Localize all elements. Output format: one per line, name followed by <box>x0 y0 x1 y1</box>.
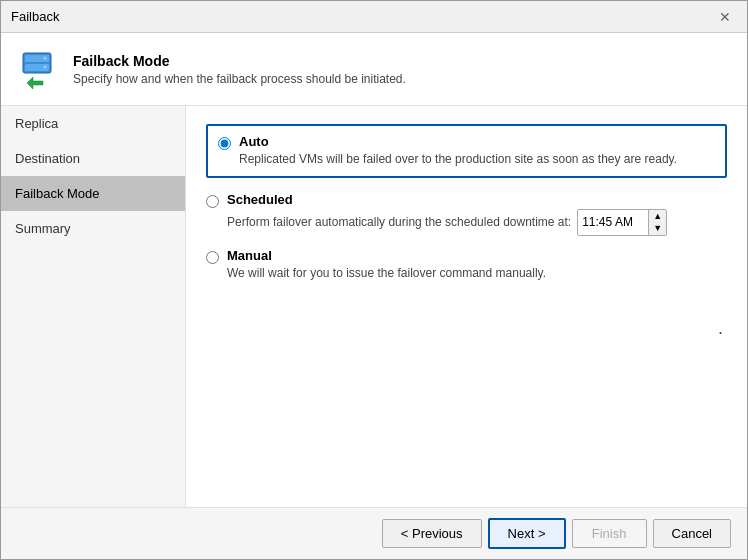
main-content: Replica Destination Failback Mode Summar… <box>1 106 747 507</box>
failback-window: Failback ✕ Failback Mode Specify how and… <box>0 0 748 560</box>
dot-indicator: · <box>206 322 727 343</box>
cancel-button[interactable]: Cancel <box>653 519 731 548</box>
manual-title: Manual <box>227 248 727 263</box>
finish-button[interactable]: Finish <box>572 519 647 548</box>
next-button[interactable]: Next > <box>488 518 566 549</box>
auto-title: Auto <box>239 134 715 149</box>
manual-label-group: Manual We will wait for you to issue the… <box>227 248 727 282</box>
title-bar-left: Failback <box>11 9 59 24</box>
sidebar-item-summary[interactable]: Summary <box>1 211 185 246</box>
manual-desc: We will wait for you to issue the failov… <box>227 265 727 282</box>
close-button[interactable]: ✕ <box>713 8 737 26</box>
header-section: Failback Mode Specify how and when the f… <box>1 33 747 106</box>
title-bar-title: Failback <box>11 9 59 24</box>
svg-marker-5 <box>27 77 43 89</box>
sidebar-item-destination[interactable]: Destination <box>1 141 185 176</box>
svg-point-3 <box>44 57 47 60</box>
time-input-wrapper: ▲ ▼ <box>577 209 667 236</box>
auto-option-box: Auto Replicated VMs will be failed over … <box>206 124 727 178</box>
manual-radio[interactable] <box>206 251 219 264</box>
failback-icon <box>15 47 59 91</box>
header-description: Specify how and when the failback proces… <box>73 72 406 86</box>
option-group: Auto Replicated VMs will be failed over … <box>206 124 727 282</box>
content-area: Auto Replicated VMs will be failed over … <box>186 106 747 507</box>
title-bar: Failback ✕ <box>1 1 747 33</box>
header-icon <box>13 45 61 93</box>
sidebar: Replica Destination Failback Mode Summar… <box>1 106 186 507</box>
sidebar-item-replica[interactable]: Replica <box>1 106 185 141</box>
scheduled-desc: Perform failover automatically during th… <box>227 209 727 236</box>
auto-label-group: Auto Replicated VMs will be failed over … <box>239 134 715 168</box>
sidebar-item-failback-mode[interactable]: Failback Mode <box>1 176 185 211</box>
footer: < Previous Next > Finish Cancel <box>1 507 747 559</box>
scheduled-label-group: Scheduled Perform failover automatically… <box>227 192 727 236</box>
auto-desc: Replicated VMs will be failed over to th… <box>239 151 715 168</box>
scheduled-radio[interactable] <box>206 195 219 208</box>
scheduled-prefix: Perform failover automatically during th… <box>227 214 571 231</box>
time-up-button[interactable]: ▲ <box>649 210 666 223</box>
scheduled-option: Scheduled Perform failover automatically… <box>206 192 727 236</box>
header-title: Failback Mode <box>73 53 406 69</box>
scheduled-inline: Perform failover automatically during th… <box>227 209 727 236</box>
header-text: Failback Mode Specify how and when the f… <box>73 53 406 86</box>
scheduled-title: Scheduled <box>227 192 727 207</box>
previous-button[interactable]: < Previous <box>382 519 482 548</box>
svg-point-4 <box>44 66 47 69</box>
time-spinner: ▲ ▼ <box>648 210 666 235</box>
auto-radio[interactable] <box>218 137 231 150</box>
time-input[interactable] <box>578 213 648 231</box>
time-down-button[interactable]: ▼ <box>649 222 666 235</box>
manual-option: Manual We will wait for you to issue the… <box>206 248 727 282</box>
